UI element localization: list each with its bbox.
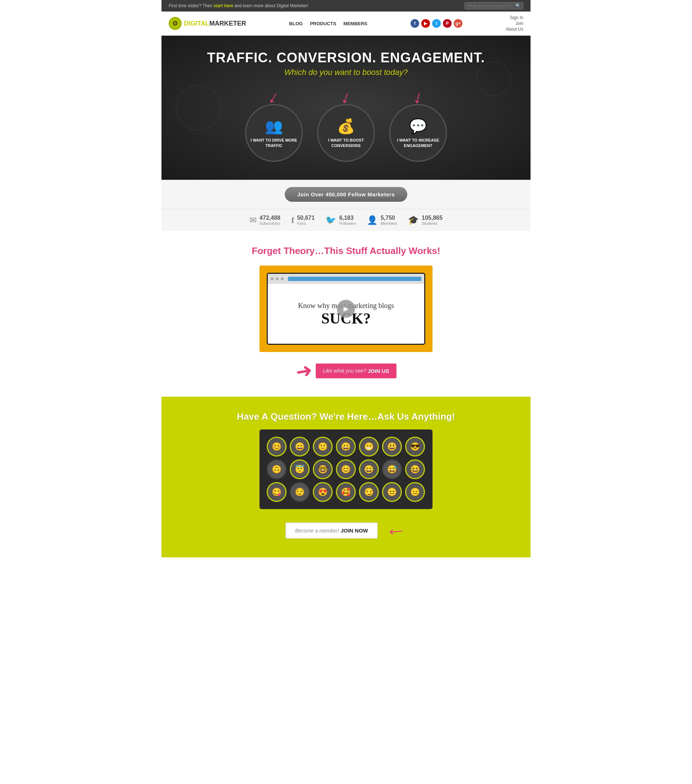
browser-dot-2 [276, 277, 278, 280]
join-bar: Join Over 450,000 Fellow Marketers [161, 180, 531, 209]
stat-subscribers: ✉ 472,488 Subscribers [249, 215, 280, 226]
traffic-icon: 👥 [265, 118, 283, 135]
search-box[interactable]: 🔍 [465, 2, 523, 9]
sign-in-link[interactable]: Sign In [510, 15, 523, 20]
team-avatar: 😍 [313, 482, 333, 502]
stat-followers: 🐦 6,183 Followers [325, 215, 356, 226]
members-icon: 👤 [367, 215, 378, 225]
fans-number: 50,671 [297, 215, 315, 221]
join-us-wrap: ➜ Like what you see? JOIN US [169, 359, 523, 382]
traffic-arrow: ↓ [265, 87, 283, 107]
header: ⚙ DIGITALMARKETER BLOG PRODUCTS MEMBERS … [161, 12, 531, 36]
members-label: Members [381, 221, 397, 226]
team-avatar: 😎 [405, 436, 425, 456]
twitter-icon[interactable]: t [432, 19, 441, 28]
engagement-circle-wrap: ↓ 💬 I WANT TO INCREASE ENGAGEMENT [389, 88, 447, 162]
play-button[interactable]: ▶ [337, 300, 355, 318]
team-avatar: 🤓 [313, 460, 333, 479]
video-inner: Know why most marketing blogs SUCK? ▶ [267, 273, 425, 345]
nav-products[interactable]: PRODUCTS [310, 21, 336, 26]
green-section: Have A Question? We're Here…Ask Us Anyth… [161, 397, 531, 557]
become-cta: JOIN NOW [341, 527, 368, 534]
engagement-circle[interactable]: 💬 I WANT TO INCREASE ENGAGEMENT [389, 104, 447, 162]
become-member-button[interactable]: Become a member! JOIN NOW [285, 522, 378, 539]
team-avatar: 🙂 [313, 436, 333, 456]
green-section-title: Have A Question? We're Here…Ask Us Anyth… [169, 411, 523, 422]
team-avatar: 😆 [405, 460, 425, 479]
facebook-icon[interactable]: f [410, 19, 419, 28]
video-wrap[interactable]: Know why most marketing blogs SUCK? ▶ [259, 265, 433, 352]
team-avatar: 🙃 [267, 460, 287, 479]
content-section: Forget Theory…This Stuff Actually Works!… [161, 231, 531, 397]
nav-members[interactable]: MEMBERS [343, 21, 367, 26]
engagement-icon: 💬 [409, 118, 427, 135]
youtube-icon[interactable]: ▶ [421, 19, 430, 28]
start-here-link[interactable]: start here [213, 3, 233, 8]
team-avatar: 😐 [382, 482, 402, 502]
browser-dot-3 [281, 277, 283, 280]
students-number: 105,865 [422, 215, 443, 221]
search-icon: 🔍 [516, 3, 521, 8]
subscribers-label: Subscribers [259, 221, 280, 226]
browser-address-bar [288, 277, 421, 281]
stat-members: 👤 5,750 Members [367, 215, 397, 226]
team-avatar: 😄 [290, 436, 310, 456]
social-icons: f ▶ t P g+ [410, 19, 462, 28]
team-grid: 😊 😄 🙂 😀 😁 😃 😎 🙃 😇 🤓 😊 😄 😅 😆 😋 😌 😍 🥰 😏 😐 … [259, 430, 433, 509]
video-browser-bar [268, 274, 424, 284]
conversions-icon: 💰 [337, 118, 355, 135]
twitter-stat-icon: 🐦 [325, 215, 336, 225]
join-link[interactable]: Join [516, 21, 523, 26]
googleplus-icon[interactable]: g+ [454, 19, 462, 28]
team-avatar: 😅 [382, 460, 402, 479]
team-avatar: 🥰 [336, 482, 356, 502]
stats-bar: ✉ 472,488 Subscribers f 50,671 Fans 🐦 6,… [161, 209, 531, 231]
team-avatar: 😃 [382, 436, 402, 456]
team-avatar: 😊 [267, 436, 287, 456]
conversions-label: I WANT TO BOOST CONVERSIONS [322, 138, 370, 148]
join-us-button[interactable]: Like what you see? JOIN US [316, 364, 397, 378]
top-bar-message: First time visitor? Then start here and … [169, 3, 308, 8]
email-icon: ✉ [249, 215, 257, 225]
nav-blog[interactable]: BLOG [289, 21, 303, 26]
fans-label: Fans [297, 221, 315, 226]
followers-label: Followers [339, 221, 356, 226]
join-us-prefix: Like what you see? [323, 368, 366, 374]
top-bar: First time visitor? Then start here and … [161, 0, 531, 12]
content-title: Forget Theory…This Stuff Actually Works! [169, 245, 523, 257]
subscribers-number: 472,488 [259, 215, 280, 221]
logo-icon: ⚙ [169, 17, 182, 30]
pinterest-icon[interactable]: P [443, 19, 451, 28]
stat-students: 🎓 105,865 Students [408, 215, 443, 226]
followers-number: 6,183 [339, 215, 356, 221]
become-arrow: ← [384, 517, 408, 544]
become-member-wrap: Become a member! JOIN NOW ← [169, 518, 523, 543]
hero-circles: ↓ 👥 I WANT TO DRIVE MORE TRAFFIC ↓ 💰 I W… [169, 88, 523, 162]
search-input[interactable] [467, 3, 514, 8]
logo-text: DIGITALMARKETER [184, 20, 246, 27]
facebook-stat-icon: f [291, 216, 294, 225]
team-avatar: 😋 [267, 482, 287, 502]
traffic-label: I WANT TO DRIVE MORE TRAFFIC [250, 138, 298, 148]
hero-section: TRAFFIC. CONVERSION. ENGAGEMENT. Which d… [161, 36, 531, 180]
conversions-circle[interactable]: 💰 I WANT TO BOOST CONVERSIONS [317, 104, 375, 162]
join-us-cta: JOIN US [367, 368, 389, 374]
team-avatar: 😑 [405, 482, 425, 502]
members-number: 5,750 [381, 215, 397, 221]
students-icon: 🎓 [408, 215, 419, 225]
engagement-arrow: ↓ [411, 87, 425, 107]
become-prefix: Become a member! [295, 528, 339, 534]
team-avatar: 😊 [336, 460, 356, 479]
team-avatar: 😇 [290, 460, 310, 479]
team-avatar: 😁 [359, 436, 379, 456]
join-button[interactable]: Join Over 450,000 Fellow Marketers [285, 187, 407, 202]
traffic-circle[interactable]: 👥 I WANT TO DRIVE MORE TRAFFIC [245, 104, 303, 162]
header-links: Sign In Join About Us [506, 15, 523, 32]
team-avatar: 😌 [290, 482, 310, 502]
logo[interactable]: ⚙ DIGITALMARKETER [169, 17, 246, 30]
team-avatar: 😄 [359, 460, 379, 479]
about-us-link[interactable]: About Us [506, 27, 523, 32]
students-label: Students [422, 221, 443, 226]
conversions-circle-wrap: ↓ 💰 I WANT TO BOOST CONVERSIONS [317, 88, 375, 162]
team-avatar: 😀 [336, 436, 356, 456]
